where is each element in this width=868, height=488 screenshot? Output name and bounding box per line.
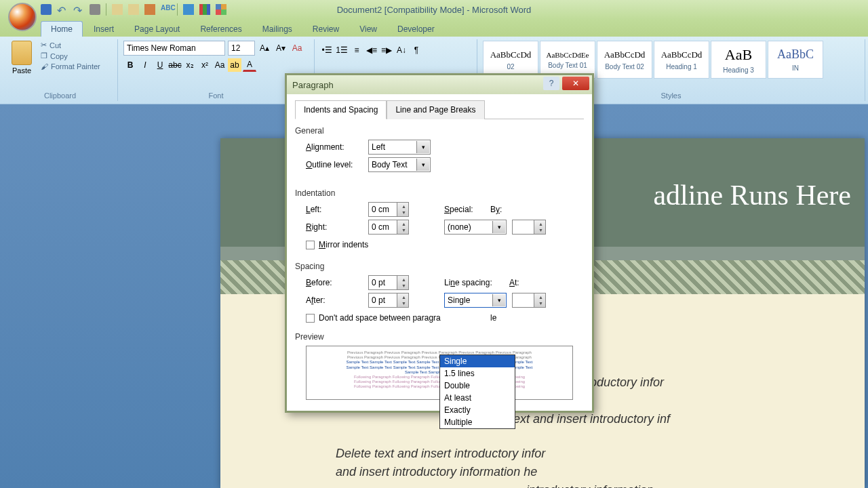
font-size-select[interactable] [228,41,255,56]
format-painter-button[interactable]: 🖌Format Painter [41,62,100,70]
decrease-indent-icon[interactable]: ◀≡ [365,43,378,57]
mirror-label: Mirror indents [319,240,368,249]
copy-button[interactable]: ❐Copy [41,52,100,60]
doc2-icon[interactable] [128,4,139,15]
line-spacing-dropdown: Single 1.5 lines Double At least Exactly… [439,354,515,429]
outline-label: Outline level: [306,160,363,169]
before-input[interactable]: 0 pt▲▼ [368,275,409,290]
tab-view[interactable]: View [350,22,387,37]
tab-insert[interactable]: Insert [84,22,123,37]
style-item[interactable]: AaBHeading 3 [711,41,766,79]
style-item[interactable]: AaBbCcDdBody Text 02 [597,41,652,79]
special-label: Special: [444,205,485,214]
help-button[interactable]: ? [543,77,559,90]
dropdown-item[interactable]: Multiple [440,416,515,428]
right-indent-label: Right: [306,222,363,232]
close-button[interactable]: ✕ [562,77,589,90]
alignment-label: AAlignment:lignment: [306,142,363,152]
title-bar: ↶ ↷ ABC Document2 [Compatibility Mode] -… [0,0,868,19]
outline-select[interactable]: Body Text [368,157,431,172]
numbering-icon[interactable]: 1☰ [335,43,349,57]
tab-page-layout[interactable]: Page Layout [125,22,189,37]
dont-add-label: Don't add space between paragra le [319,313,496,323]
left-indent-label: Left: [306,205,363,214]
after-label: After: [306,296,363,305]
by-input[interactable]: ▲▼ [512,220,546,235]
chart-icon[interactable] [199,4,210,15]
scissors-icon: ✂ [41,41,47,49]
dialog-tab-breaks[interactable]: Line and Page Breaks [387,100,484,119]
line-spacing-select[interactable]: Single [444,293,507,308]
change-case-button[interactable]: Aa [213,58,226,72]
cut-button[interactable]: ✂Cut [41,41,100,49]
dropdown-item[interactable]: At least [440,392,515,404]
doc-icon[interactable] [112,4,123,15]
tab-references[interactable]: References [191,22,251,37]
increase-indent-icon[interactable]: ≡▶ [380,43,393,57]
tab-review[interactable]: Review [303,22,349,37]
font-name-select[interactable] [123,41,225,56]
spell-icon[interactable]: ABC [161,4,172,15]
ribbon-tabs: Home Insert Page Layout References Maili… [0,19,868,37]
style-item[interactable]: AaBbCIN [768,41,823,79]
dialog-tab-indents[interactable]: Indents and Spacing [295,100,387,119]
quick-access-toolbar: ↶ ↷ ABC [41,3,226,16]
right-indent-input[interactable]: 0 cm▲▼ [368,220,409,235]
at-input[interactable]: ▲▼ [512,293,546,308]
undo-icon[interactable]: ↶ [57,4,68,15]
before-label: Before: [306,278,363,287]
special-select[interactable]: (none) [444,220,507,235]
alignment-select[interactable]: Left [368,140,431,155]
line-spacing-label: Line spacing: [444,278,504,287]
clipboard-group: Paste ✂Cut ❐Copy 🖌Format Painter Clipboa… [3,39,118,101]
grow-font-icon[interactable]: A▴ [258,41,271,55]
clear-format-icon[interactable]: Aa [290,41,304,55]
window-title: Document2 [Compatibility Mode] - Microso… [337,5,532,15]
preview-label: Preview [295,332,584,342]
by-label: By: [490,205,511,214]
dropdown-item[interactable]: 1.5 lines [440,367,515,380]
superscript-button[interactable]: x² [198,58,212,72]
highlight-button[interactable]: ab [228,58,241,72]
shrink-font-icon[interactable]: A▾ [274,41,288,55]
headline-text[interactable]: adline Runs Here [653,179,851,211]
paragraph-dialog: Paragraph ? ✕ Indents and Spacing Line a… [285,73,594,413]
show-marks-icon[interactable]: ¶ [410,43,423,57]
font-color-button[interactable]: A [243,58,256,72]
general-section: General [295,126,584,136]
sort-icon[interactable]: A↓ [395,43,408,57]
box-icon[interactable] [144,4,155,15]
at-label: At: [509,278,519,287]
dropdown-item[interactable]: Double [440,380,515,392]
mirror-checkbox[interactable] [306,241,315,249]
office-button[interactable] [8,3,37,31]
underline-button[interactable]: U [153,58,167,72]
spacing-section: Spacing [295,262,584,271]
bullets-icon[interactable]: •☰ [320,43,334,57]
clipboard-icon [12,41,32,65]
left-indent-input[interactable]: 0 cm▲▼ [368,202,409,217]
save-icon[interactable] [41,4,52,15]
subscript-button[interactable]: x₂ [183,58,197,72]
strike-button[interactable]: abc [168,58,182,72]
tab-mailings[interactable]: Mailings [253,22,302,37]
dialog-titlebar[interactable]: Paragraph ? ✕ [287,75,592,94]
print-icon[interactable] [90,4,100,15]
style-item[interactable]: AaBbCcDdHeading 1 [654,41,709,79]
redo-icon[interactable]: ↷ [73,4,84,15]
indentation-section: Indentation [295,188,584,198]
grid-icon[interactable] [216,4,226,15]
after-input[interactable]: 0 pt▲▼ [368,293,409,308]
thesaurus-icon[interactable] [183,4,194,15]
multilevel-icon[interactable]: ≡ [350,43,363,57]
bold-button[interactable]: B [123,58,137,72]
copy-icon: ❐ [41,52,47,60]
dont-add-checkbox[interactable] [306,314,315,323]
brush-icon: 🖌 [41,62,48,70]
dropdown-item[interactable]: Single [440,355,515,367]
paste-button[interactable]: Paste [8,41,35,75]
tab-developer[interactable]: Developer [388,22,444,37]
tab-home[interactable]: Home [41,21,83,37]
italic-button[interactable]: I [138,58,152,72]
dropdown-item[interactable]: Exactly [440,404,515,416]
